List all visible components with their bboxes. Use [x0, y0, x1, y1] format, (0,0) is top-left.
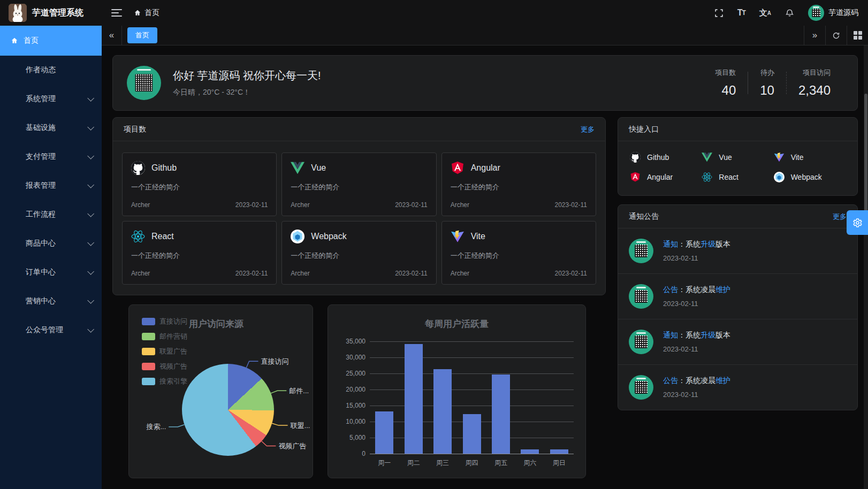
- logo-area: 芋道管理系统: [0, 4, 102, 22]
- x-axis-tick: 周三: [428, 459, 457, 468]
- grid-line: [370, 406, 574, 406]
- settings-fab[interactable]: [847, 210, 868, 235]
- x-axis-line: [370, 454, 574, 454]
- bar-chart-card: 每周用户活跃量 05,00010,00015,00020,00025,00030…: [328, 304, 586, 478]
- breadcrumb[interactable]: 首页: [134, 8, 159, 18]
- x-axis-tick: 周四: [457, 459, 486, 468]
- sidebar-item-label: 系统管理: [26, 94, 87, 104]
- notice-title-segment: ：系统凌晨: [678, 285, 715, 294]
- sidebar-item-label: 报表管理: [26, 181, 87, 190]
- user-menu[interactable]: 芋道源码: [808, 5, 858, 21]
- projects-panel: 项目数 更多 Github 一个正经的简介 Archer 2023-02-11 …: [112, 117, 606, 295]
- shortcut-angular[interactable]: Angular: [630, 172, 702, 182]
- sidebar-item-label: 基础设施: [26, 123, 87, 133]
- refresh-icon[interactable]: [825, 26, 847, 45]
- projects-more-link[interactable]: 更多: [581, 125, 595, 134]
- notice-title-segment: 公告: [663, 376, 678, 385]
- svg-text:联盟...: 联盟...: [290, 422, 310, 430]
- stat-label: 项目数: [715, 68, 736, 78]
- project-author: Archer: [131, 201, 150, 209]
- stat-label: 项目访问: [798, 68, 831, 78]
- app-title: 芋道管理系统: [32, 7, 83, 19]
- sidebar-item-3[interactable]: 基础设施: [0, 113, 102, 142]
- shortcut-vite[interactable]: Vite: [774, 152, 846, 163]
- grid-line: [370, 341, 574, 342]
- shortcut-label: Angular: [647, 173, 673, 181]
- project-card-angular[interactable]: Angular 一个正经的简介 Archer 2023-02-11: [441, 152, 596, 216]
- sidebar-item-home[interactable]: 首页: [0, 26, 102, 56]
- project-name: React: [151, 232, 174, 241]
- sidebar-item-6[interactable]: 工作流程: [0, 200, 102, 229]
- shortcut-github[interactable]: Github: [630, 152, 702, 163]
- bell-icon[interactable]: [785, 8, 794, 18]
- chevron-down-icon: [87, 297, 94, 304]
- sidebar-item-4[interactable]: 支付管理: [0, 142, 102, 171]
- sidebar-item-label: 首页: [24, 36, 92, 45]
- stat-value: 40: [715, 83, 736, 98]
- layout-grid-icon[interactable]: [847, 26, 868, 45]
- notice-title: 公告：系统凌晨维护: [663, 285, 730, 295]
- sidebar-item-8[interactable]: 订单中心: [0, 258, 102, 287]
- stat-value: 2,340: [798, 83, 831, 98]
- project-name: Github: [151, 163, 177, 173]
- project-desc: 一个正经的简介: [131, 182, 268, 192]
- qrcode-avatar: [629, 330, 653, 354]
- fullscreen-icon[interactable]: [714, 9, 724, 18]
- sidebar-item-10[interactable]: 公众号管理: [0, 316, 102, 345]
- user-avatar: [808, 5, 824, 21]
- profile-qr-avatar: [127, 66, 161, 100]
- notice-title-segment: ：系统凌晨: [678, 376, 715, 385]
- vue-icon: [291, 161, 304, 175]
- grid-line: [370, 389, 574, 390]
- project-card-vue[interactable]: Vue 一个正经的简介 Archer 2023-02-11: [281, 152, 436, 216]
- notice-title-segment: 版本: [715, 331, 730, 339]
- sidebar-item-label: 订单中心: [26, 268, 87, 277]
- font-size-icon[interactable]: TT: [737, 8, 745, 18]
- notice-title-segment: ：系统: [678, 240, 701, 248]
- notice-title-segment: 版本: [715, 240, 730, 248]
- shortcuts-panel: 快捷入口 Github Vue Vite Angular React Webpa…: [618, 117, 858, 196]
- sidebar-item-label: 作者动态: [26, 65, 92, 75]
- project-card-vite[interactable]: Vite 一个正经的简介 Archer 2023-02-11: [441, 221, 596, 285]
- react-icon: [702, 172, 712, 182]
- notice-item-0[interactable]: 通知：系统升级版本 2023-02-11: [618, 228, 857, 273]
- webpack-icon: [291, 230, 304, 243]
- app-logo: [9, 4, 27, 22]
- sidebar-item-1[interactable]: 作者动态: [0, 56, 102, 85]
- notices-more-link[interactable]: 更多: [833, 212, 847, 221]
- project-card-github[interactable]: Github 一个正经的简介 Archer 2023-02-11: [122, 152, 277, 216]
- notice-item-3[interactable]: 公告：系统凌晨维护 2023-02-11: [618, 364, 857, 410]
- sidebar-item-7[interactable]: 商品中心: [0, 229, 102, 258]
- y-axis-tick: 30,000: [333, 354, 366, 361]
- shortcut-vue[interactable]: Vue: [702, 152, 773, 163]
- stat-1: 待办 10: [748, 68, 786, 98]
- tabs-scroll-left-icon[interactable]: «: [102, 26, 122, 45]
- chevron-down-icon: [87, 152, 94, 159]
- x-axis-tick: 周一: [370, 459, 399, 468]
- qrcode-avatar: [629, 284, 653, 309]
- shortcut-react[interactable]: React: [702, 172, 773, 182]
- tab-home[interactable]: 首页: [127, 27, 157, 43]
- sidebar-nav: 首页作者动态系统管理基础设施支付管理报表管理工作流程商品中心订单中心营销中心公众…: [0, 26, 102, 489]
- main-content: 你好 芋道源码 祝你开心每一天! 今日晴，20°C - 32°C！ 项目数 40…: [102, 45, 868, 489]
- qrcode-avatar: [629, 375, 653, 400]
- qrcode-avatar: [629, 239, 653, 263]
- project-card-webpack[interactable]: Webpack 一个正经的简介 Archer 2023-02-11: [281, 221, 436, 285]
- project-date: 2023-02-11: [395, 270, 428, 277]
- project-name: Vue: [311, 163, 326, 173]
- sidebar-item-2[interactable]: 系统管理: [0, 85, 102, 113]
- greeting-text: 你好 芋道源码 祝你开心每一天!: [173, 68, 321, 83]
- svg-text:搜索...: 搜索...: [146, 423, 166, 431]
- sidebar-item-5[interactable]: 报表管理: [0, 171, 102, 200]
- shortcut-webpack[interactable]: Webpack: [774, 172, 846, 182]
- project-card-react[interactable]: React 一个正经的简介 Archer 2023-02-11: [122, 221, 277, 285]
- language-icon[interactable]: 文A: [759, 8, 771, 18]
- svg-text:直接访问: 直接访问: [261, 357, 289, 365]
- menu-fold-icon[interactable]: [111, 9, 122, 17]
- notice-item-2[interactable]: 通知：系统升级版本 2023-02-11: [618, 319, 857, 364]
- notice-item-1[interactable]: 公告：系统凌晨维护 2023-02-11: [618, 273, 857, 319]
- tabs-scroll-right-icon[interactable]: »: [804, 26, 825, 45]
- sidebar-item-label: 支付管理: [26, 152, 87, 162]
- home-icon: [134, 9, 141, 17]
- sidebar-item-9[interactable]: 营销中心: [0, 287, 102, 316]
